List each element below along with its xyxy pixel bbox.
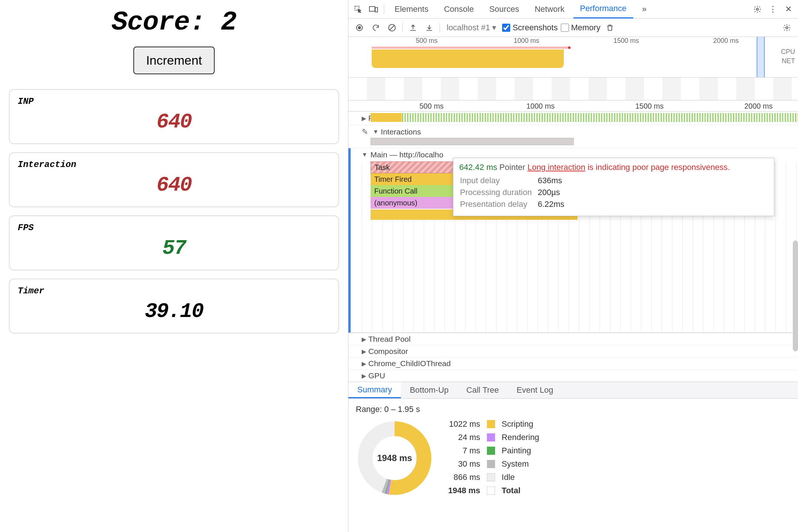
screenshot-filmstrip[interactable] xyxy=(348,78,798,100)
screenshots-label: Screenshots xyxy=(512,23,557,33)
overview-selection-handle[interactable] xyxy=(757,37,765,77)
overview-longtask-end xyxy=(568,47,570,49)
donut-center-value: 1948 ms xyxy=(356,419,433,497)
frames-bars xyxy=(402,113,798,122)
memory-checkbox[interactable]: Memory xyxy=(561,23,600,33)
cpu-label: CPU xyxy=(771,47,798,57)
summary-tab-summary[interactable]: Summary xyxy=(348,382,401,398)
tabs-overflow[interactable]: » xyxy=(635,0,653,18)
track-frames[interactable]: ▶Frames xyxy=(348,112,798,125)
tooltip-breakdown: Input delay636ms Processing duration200µ… xyxy=(459,174,570,211)
score-value: 2 xyxy=(221,7,236,38)
overview-longtask-bar xyxy=(372,47,569,49)
metric-card-fps: FPS 57 xyxy=(9,215,339,270)
gc-icon[interactable] xyxy=(603,21,617,34)
tooltip-duration: 642.42 ms xyxy=(459,163,497,172)
clear-icon[interactable] xyxy=(385,21,399,34)
ruler-mark: 1500 ms xyxy=(613,37,639,45)
metric-card-interaction: Interaction 640 xyxy=(9,152,339,207)
summary-range: Range: 0 – 1.95 s xyxy=(356,405,791,414)
perf-settings-gear-icon[interactable] xyxy=(780,21,794,34)
summary-legend: 1022 msScripting 24 msRendering 7 msPain… xyxy=(448,419,539,495)
memory-label: Memory xyxy=(571,23,600,33)
ruler-mark: 500 ms xyxy=(416,37,437,45)
summary-donut-chart: 1948 ms xyxy=(356,419,433,497)
profile-select[interactable]: localhost #1 ▾ xyxy=(444,21,499,34)
metric-card-timer: Timer 39.10 xyxy=(9,279,339,334)
summary-tab-strip: Summary Bottom-Up Call Tree Event Log xyxy=(348,382,798,399)
download-icon[interactable] xyxy=(423,21,436,34)
devtools-tab-strip: Elements Console Sources Network Perform… xyxy=(348,0,798,18)
chevron-down-icon: ▾ xyxy=(492,23,496,33)
svg-point-8 xyxy=(786,27,788,29)
track-gpu[interactable]: ▶GPU xyxy=(348,369,798,382)
svg-rect-1 xyxy=(369,6,375,11)
summary-panel: Range: 0 – 1.95 s 1948 ms 1022 msScripti… xyxy=(348,399,798,503)
metric-label: FPS xyxy=(18,223,330,233)
screenshots-checkbox[interactable]: Screenshots xyxy=(502,23,557,33)
svg-point-5 xyxy=(358,26,361,29)
devtools-panel: Elements Console Sources Network Perform… xyxy=(348,0,798,532)
score-heading: Score: 2 xyxy=(9,7,339,38)
profile-select-value: localhost #1 xyxy=(447,23,490,33)
metric-value: 640 xyxy=(18,173,330,197)
increment-button[interactable]: Increment xyxy=(133,47,214,74)
track-childio[interactable]: ▶Chrome_ChildIOThread xyxy=(348,357,798,369)
metric-value: 57 xyxy=(18,236,330,260)
expand-icon[interactable]: ▼ xyxy=(373,129,379,135)
ruler-mark: 1000 ms xyxy=(526,102,555,110)
demo-app: Score: 2 Increment INP 640 Interaction 6… xyxy=(0,0,348,532)
record-icon[interactable] xyxy=(353,21,366,34)
summary-tab-calltree[interactable]: Call Tree xyxy=(457,382,508,398)
ruler-mark: 1500 ms xyxy=(635,102,664,110)
tooltip-tail: is indicating poor page responsiveness. xyxy=(587,163,730,172)
kebab-icon[interactable]: ⋮ xyxy=(766,3,780,16)
track-label: Main — http://localho xyxy=(371,150,443,159)
gear-icon[interactable] xyxy=(751,3,764,16)
metric-value: 640 xyxy=(18,110,330,134)
summary-tab-bottomup[interactable]: Bottom-Up xyxy=(401,382,457,398)
tab-sources[interactable]: Sources xyxy=(482,0,526,18)
ruler-mark: 2000 ms xyxy=(744,102,773,110)
device-toolbar-icon[interactable] xyxy=(367,3,380,16)
tab-elements[interactable]: Elements xyxy=(388,0,435,18)
expand-icon[interactable]: ▶ xyxy=(362,115,366,122)
ruler-mark: 2000 ms xyxy=(713,37,739,45)
svg-point-3 xyxy=(756,8,758,10)
track-threadpool[interactable]: ▶Thread Pool xyxy=(348,333,798,345)
detail-ruler: 500 ms 1000 ms 1500 ms 2000 ms xyxy=(348,100,798,112)
score-label: Score: xyxy=(112,7,205,38)
long-interaction-link[interactable]: Long interaction xyxy=(528,163,586,172)
upload-icon[interactable] xyxy=(406,21,420,34)
frames-slow-segment xyxy=(371,113,402,122)
inspect-element-icon[interactable] xyxy=(351,3,365,16)
net-label: NET xyxy=(771,57,798,66)
other-threads: ▶Thread Pool ▶Compositor ▶Chrome_ChildIO… xyxy=(348,333,798,382)
metric-card-inp: INP 640 xyxy=(9,89,339,144)
track-compositor[interactable]: ▶Compositor xyxy=(348,345,798,357)
interaction-tooltip: 642.42 ms Pointer Long interaction is in… xyxy=(453,158,774,216)
svg-line-7 xyxy=(390,25,394,30)
scrollbar[interactable] xyxy=(793,241,798,351)
metric-value: 39.10 xyxy=(18,300,330,323)
ruler-mark: 1000 ms xyxy=(514,37,539,45)
overview-timeline[interactable]: 500 ms 1000 ms 1500 ms 2000 ms CPU NET xyxy=(348,37,798,78)
metric-label: INP xyxy=(18,96,330,106)
expand-icon[interactable]: ▼ xyxy=(362,151,368,158)
interaction-bar[interactable] xyxy=(371,138,574,145)
performance-toolbar: localhost #1 ▾ Screenshots Memory xyxy=(348,18,798,37)
track-main[interactable]: ▼Main — http://localho Task Timer Fired … xyxy=(348,148,798,333)
overview-right-labels: CPU NET xyxy=(771,47,798,66)
close-icon[interactable]: ✕ xyxy=(782,3,795,16)
tooltip-type: Pointer xyxy=(499,163,525,172)
ruler-mark: 500 ms xyxy=(419,102,444,110)
tab-performance[interactable]: Performance xyxy=(573,0,633,18)
tab-console[interactable]: Console xyxy=(437,0,481,18)
tab-network[interactable]: Network xyxy=(528,0,571,18)
overview-scripting-block xyxy=(372,50,564,68)
svg-rect-2 xyxy=(375,7,378,12)
track-label: Interactions xyxy=(381,127,421,136)
reload-icon[interactable] xyxy=(369,21,382,34)
track-interactions[interactable]: ✎▼Interactions xyxy=(348,125,798,148)
summary-tab-eventlog[interactable]: Event Log xyxy=(508,382,562,398)
